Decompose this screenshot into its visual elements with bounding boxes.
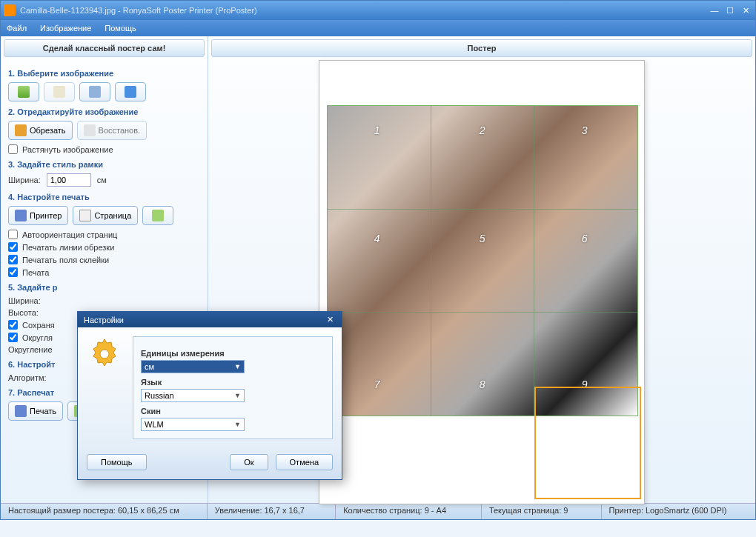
page-setup-button[interactable] — [142, 206, 173, 225]
language-select[interactable]: Russian▼ — [141, 389, 245, 402]
menu-file[interactable]: Файл — [7, 24, 27, 33]
tile-number: 3 — [582, 124, 588, 136]
poster-height-label: Высота: — [8, 308, 39, 317]
dialog-help-button[interactable]: Помощь — [87, 454, 147, 470]
tile-number: 8 — [480, 378, 485, 390]
menu-help[interactable]: Помощь — [105, 24, 136, 33]
tile-number: 5 — [480, 233, 485, 244]
printer-icon — [15, 210, 27, 221]
dialog-title: Настройки — [84, 316, 124, 324]
minimize-button[interactable]: — — [708, 4, 721, 16]
left-header: Сделай классный постер сам! — [4, 39, 205, 57]
step4-label: 4. Настройте печать — [8, 193, 200, 201]
border-width-input[interactable] — [47, 173, 91, 187]
settings-dialog: Настройки ✕ Единицы измерения см▼ Язык R… — [77, 311, 342, 480]
border-width-label: Ширина: — [8, 176, 41, 184]
tile-number: 4 — [374, 233, 380, 244]
rounding-label: Округление — [8, 345, 53, 354]
auto-orient-checkbox[interactable]: Автоориентация страниц — [8, 230, 200, 239]
page-icon — [79, 210, 91, 221]
close-button[interactable]: ✕ — [739, 4, 752, 16]
dialog-ok-button[interactable]: Ок — [230, 454, 268, 470]
external-button[interactable] — [115, 82, 146, 101]
stretch-checkbox[interactable]: Растянуть изображение — [8, 144, 200, 154]
tile-number: 6 — [582, 233, 588, 244]
step3-label: 3. Задайте стиль рамки — [8, 160, 200, 169]
cutlines-checkbox[interactable]: Печатать линии обрезки — [8, 242, 200, 252]
scan-icon — [89, 86, 101, 98]
skin-label: Скин — [141, 407, 325, 416]
dialog-cancel-button[interactable]: Отмена — [276, 454, 333, 470]
border-width-unit: см — [97, 176, 107, 184]
chevron-down-icon: ▼ — [234, 363, 241, 370]
gluefields-checkbox[interactable]: Печатать поля склейки — [8, 255, 200, 264]
external-icon — [125, 86, 136, 98]
step2-label: 2. Отредактируйте изображение — [8, 107, 200, 116]
print-icon — [15, 405, 27, 417]
poster-image: 1 2 3 4 5 6 7 8 9 — [327, 105, 638, 416]
tile-number: 2 — [480, 124, 485, 136]
page-button[interactable]: Страница — [73, 206, 138, 225]
crop-icon — [15, 124, 27, 136]
chevron-down-icon: ▼ — [234, 421, 241, 428]
open-image-button[interactable] — [8, 82, 39, 101]
status-current-page: Текущая страница: 9 — [482, 504, 602, 519]
status-poster-size: Настоящий размер постера: 60,15 x 86,25 … — [1, 504, 208, 519]
menubar: Файл Изображение Помощь — [1, 20, 755, 36]
chevron-down-icon: ▼ — [234, 392, 241, 399]
print-button[interactable]: Печать — [8, 401, 63, 421]
units-select[interactable]: см▼ — [141, 360, 245, 373]
dialog-close-button[interactable]: ✕ — [324, 315, 336, 324]
menu-image[interactable]: Изображение — [40, 24, 91, 33]
paste-button[interactable] — [44, 82, 75, 101]
gear-icon — [87, 336, 122, 372]
units-label: Единицы измерения — [141, 349, 325, 358]
app-icon — [4, 4, 16, 16]
status-page-count: Количество страниц: 9 - A4 — [336, 504, 482, 519]
open-icon — [18, 86, 30, 98]
printnumbers-checkbox[interactable]: Печата — [8, 267, 200, 277]
printer-button[interactable]: Принтер — [8, 206, 68, 225]
scan-button[interactable] — [79, 82, 110, 101]
step1-label: 1. Выберите изображение — [8, 69, 200, 78]
poster-width-label: Ширина: — [8, 296, 41, 305]
tile-number: 7 — [374, 378, 380, 390]
restore-icon — [84, 124, 96, 136]
maximize-button[interactable]: ☐ — [723, 4, 737, 16]
restore-button[interactable]: Восстанов. — [77, 121, 147, 140]
statusbar: Настоящий размер постера: 60,15 x 86,25 … — [1, 503, 755, 519]
svg-point-0 — [100, 350, 109, 358]
step5-label: 5. Задайте р — [8, 283, 200, 292]
titlebar: Camilla-Belle-1123943.jpg - RonyaSoft Po… — [1, 1, 755, 20]
poster: 1 2 3 4 5 6 7 8 9 — [319, 60, 645, 504]
right-header: Постер — [211, 39, 752, 57]
page-setup-icon — [152, 210, 164, 221]
dialog-titlebar: Настройки ✕ — [78, 312, 342, 327]
status-printer: Принтер: LogoSmartz (600 DPI) — [602, 504, 755, 519]
tile-number: 1 — [374, 124, 380, 136]
status-zoom: Увеличение: 16,7 x 16,7 — [208, 504, 336, 519]
paste-icon — [53, 86, 65, 98]
window-title: Camilla-Belle-1123943.jpg - RonyaSoft Po… — [20, 6, 706, 15]
algorithm-label: Алгоритм: — [8, 373, 47, 382]
language-label: Язык — [141, 378, 325, 387]
crop-button[interactable]: Обрезать — [8, 121, 73, 140]
selected-tile[interactable] — [534, 387, 641, 499]
skin-select[interactable]: WLM▼ — [141, 418, 245, 431]
